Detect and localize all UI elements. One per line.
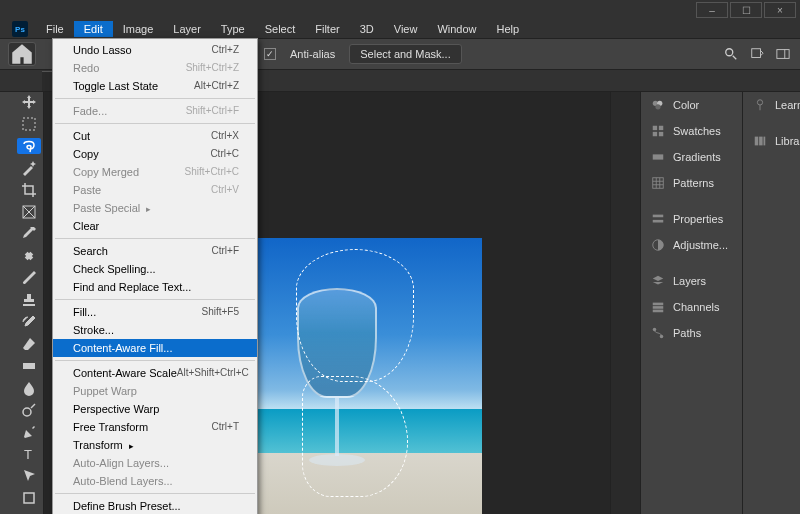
panel-layers[interactable]: Layers <box>641 268 742 294</box>
marquee-tool[interactable] <box>17 116 41 132</box>
menu-layer[interactable]: Layer <box>163 21 211 37</box>
menu-item-undo-lasso[interactable]: Undo LassoCtrl+Z <box>53 41 257 59</box>
menu-item-free-transform[interactable]: Free TransformCtrl+T <box>53 418 257 436</box>
edit-menu-dropdown: Undo LassoCtrl+ZRedoShift+Ctrl+ZToggle L… <box>52 38 258 514</box>
panel-label: Properties <box>673 213 723 225</box>
menu-item-stroke[interactable]: Stroke... <box>53 321 257 339</box>
panel-label: Channels <box>673 301 719 313</box>
panel-dock: Color Swatches Gradients Patterns Proper… <box>640 92 800 514</box>
lasso-tool[interactable] <box>17 138 41 154</box>
menu-item-transform[interactable]: Transform <box>53 436 257 454</box>
menu-item-label: Fade... <box>73 105 107 117</box>
svg-line-13 <box>31 404 35 408</box>
menu-view[interactable]: View <box>384 21 428 37</box>
menu-item-find-and-replace-text[interactable]: Find and Replace Text... <box>53 278 257 296</box>
menu-item-shortcut: Shift+Ctrl+C <box>185 166 239 178</box>
menu-edit[interactable]: Edit <box>74 21 113 37</box>
crop-tool[interactable] <box>17 182 41 198</box>
panel-color[interactable]: Color <box>641 92 742 118</box>
panel-paths[interactable]: Paths <box>641 320 742 346</box>
channels-icon <box>651 300 665 314</box>
svg-rect-19 <box>653 126 657 130</box>
home-button[interactable] <box>8 42 36 66</box>
type-tool[interactable]: T <box>17 446 41 462</box>
menu-item-content-aware-fill[interactable]: Content-Aware Fill... <box>53 339 257 357</box>
menu-item-content-aware-scale[interactable]: Content-Aware ScaleAlt+Shift+Ctrl+C <box>53 364 257 382</box>
panel-libraries[interactable]: Librari... <box>743 128 800 154</box>
history-brush-tool[interactable] <box>17 314 41 330</box>
panel-properties[interactable]: Properties <box>641 206 742 232</box>
eyedropper-tool[interactable] <box>17 226 41 242</box>
menu-separator <box>55 238 255 239</box>
panel-swatches[interactable]: Swatches <box>641 118 742 144</box>
select-and-mask-button[interactable]: Select and Mask... <box>349 44 462 64</box>
menu-help[interactable]: Help <box>487 21 530 37</box>
shape-tool[interactable] <box>17 490 41 506</box>
menu-item-puppet-warp: Puppet Warp <box>53 382 257 400</box>
properties-icon <box>651 212 665 226</box>
menu-separator <box>55 123 255 124</box>
menu-item-shortcut: Shift+F5 <box>201 306 239 318</box>
panel-learn[interactable]: Learn <box>743 92 800 118</box>
panel-patterns[interactable]: Patterns <box>641 170 742 196</box>
menu-type[interactable]: Type <box>211 21 255 37</box>
panel-label: Adjustme... <box>673 239 728 251</box>
pen-tool[interactable] <box>17 424 41 440</box>
menu-3d[interactable]: 3D <box>350 21 384 37</box>
svg-rect-30 <box>653 220 664 223</box>
menu-item-cut[interactable]: CutCtrl+X <box>53 127 257 145</box>
panel-gradients[interactable]: Gradients <box>641 144 742 170</box>
svg-rect-5 <box>23 118 35 130</box>
learn-icon <box>753 98 767 112</box>
menu-image[interactable]: Image <box>113 21 164 37</box>
menu-separator <box>55 493 255 494</box>
menu-item-define-brush-preset[interactable]: Define Brush Preset... <box>53 497 257 514</box>
menu-item-perspective-warp[interactable]: Perspective Warp <box>53 400 257 418</box>
menu-item-label: Toggle Last State <box>73 80 158 92</box>
menu-item-label: Redo <box>73 62 99 74</box>
dodge-tool[interactable] <box>17 402 41 418</box>
workspace-icon[interactable] <box>776 47 790 61</box>
menu-file[interactable]: File <box>36 21 74 37</box>
window-maximize[interactable]: ☐ <box>730 2 762 18</box>
menu-filter[interactable]: Filter <box>305 21 349 37</box>
menu-select[interactable]: Select <box>255 21 306 37</box>
panel-dock-collapsed[interactable] <box>610 92 640 514</box>
menu-item-search[interactable]: SearchCtrl+F <box>53 242 257 260</box>
blur-tool[interactable] <box>17 380 41 396</box>
path-tool[interactable] <box>17 468 41 484</box>
color-icon <box>651 98 665 112</box>
panel-label: Color <box>673 99 699 111</box>
panel-adjustments[interactable]: Adjustme... <box>641 232 742 258</box>
menu-item-copy[interactable]: CopyCtrl+C <box>53 145 257 163</box>
share-icon[interactable] <box>750 47 764 61</box>
frame-tool[interactable] <box>17 204 41 220</box>
search-icon[interactable] <box>724 47 738 61</box>
brush-tool[interactable] <box>17 270 41 286</box>
antialias-checkbox[interactable]: ✓ <box>264 48 276 60</box>
menu-item-clear[interactable]: Clear <box>53 217 257 235</box>
svg-rect-24 <box>653 178 664 189</box>
menu-item-label: Copy Merged <box>73 166 139 178</box>
window-minimize[interactable]: – <box>696 2 728 18</box>
svg-rect-32 <box>653 303 664 306</box>
panel-channels[interactable]: Channels <box>641 294 742 320</box>
gradient-tool[interactable] <box>17 358 41 374</box>
stamp-tool[interactable] <box>17 292 41 308</box>
svg-rect-21 <box>653 132 657 136</box>
svg-rect-41 <box>764 137 766 146</box>
panel-label: Paths <box>673 327 701 339</box>
eraser-tool[interactable] <box>17 336 41 352</box>
healing-tool[interactable] <box>17 248 41 264</box>
window-close[interactable]: × <box>764 2 796 18</box>
panel-label: Patterns <box>673 177 714 189</box>
wand-tool[interactable] <box>17 160 41 176</box>
libraries-icon <box>753 134 767 148</box>
menu-item-fill[interactable]: Fill...Shift+F5 <box>53 303 257 321</box>
menu-item-toggle-last-state[interactable]: Toggle Last StateAlt+Ctrl+Z <box>53 77 257 95</box>
menu-window[interactable]: Window <box>427 21 486 37</box>
menu-item-shortcut: Ctrl+C <box>210 148 239 160</box>
panel-label: Layers <box>673 275 706 287</box>
menu-item-check-spelling[interactable]: Check Spelling... <box>53 260 257 278</box>
move-tool[interactable] <box>17 94 41 110</box>
